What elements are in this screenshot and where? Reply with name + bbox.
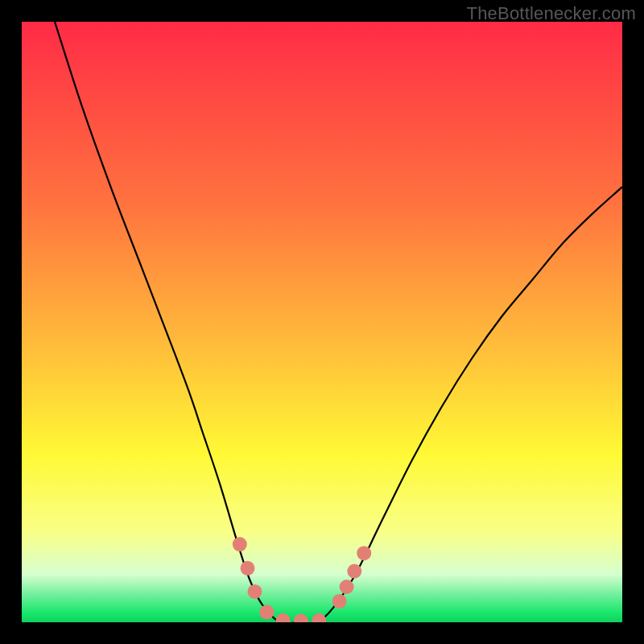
marker-dot bbox=[357, 546, 371, 560]
marker-dot bbox=[247, 584, 262, 599]
marker-dot bbox=[259, 605, 274, 619]
marker-dot bbox=[332, 594, 347, 609]
marker-dot bbox=[233, 537, 247, 551]
watermark-text: TheBottlenecker.com bbox=[467, 3, 636, 24]
marker-dot bbox=[312, 613, 326, 622]
chart-frame: TheBottlenecker.com bbox=[0, 0, 644, 644]
marker-dot bbox=[294, 614, 308, 622]
bottleneck-curve bbox=[55, 22, 622, 622]
marker-dot bbox=[241, 561, 255, 576]
marker-dot bbox=[276, 613, 291, 622]
marker-dot bbox=[347, 564, 361, 579]
plot-area bbox=[22, 22, 622, 622]
curve-layer bbox=[22, 22, 622, 622]
marker-dot bbox=[340, 580, 354, 594]
marker-group bbox=[233, 537, 371, 622]
